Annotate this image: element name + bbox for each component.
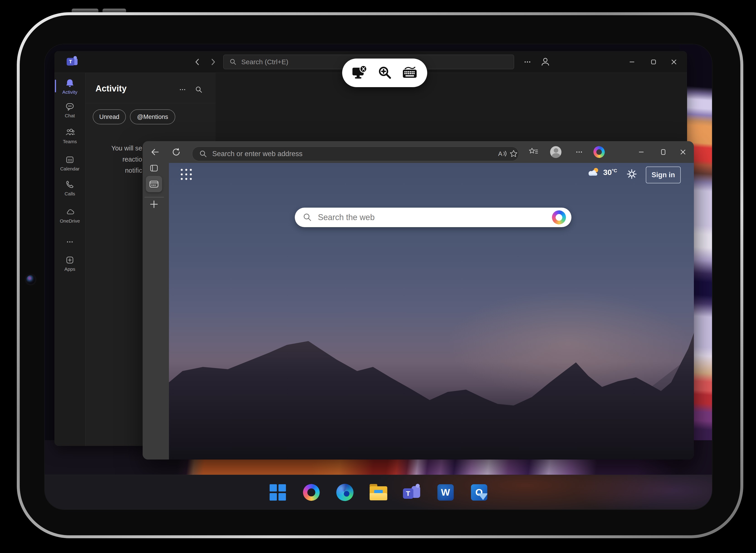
remote-session-toolbar	[342, 59, 427, 87]
more-dots-icon	[65, 238, 75, 245]
sidebar-item-label: Teams	[63, 139, 77, 144]
teams-back-button[interactable]	[192, 57, 202, 67]
calendar-icon	[65, 155, 75, 164]
sidebar-item-calls[interactable]: Calls	[55, 180, 85, 196]
taskbar-file-explorer-icon[interactable]	[369, 483, 388, 502]
edge-profile-avatar[interactable]	[550, 146, 561, 158]
app-launcher-icon[interactable]	[181, 169, 192, 180]
phone-icon	[65, 180, 75, 189]
mountain-wallpaper	[169, 264, 694, 460]
page-settings-gear-icon[interactable]	[626, 168, 637, 180]
favorite-star-icon[interactable]	[504, 148, 516, 160]
teams-logo-icon: T	[67, 56, 78, 67]
edge-maximize-button[interactable]	[658, 146, 669, 158]
teams-close-button[interactable]	[668, 57, 679, 67]
chat-icon	[65, 102, 75, 111]
sidebar-item-teams[interactable]: Teams	[55, 128, 85, 144]
activity-search-icon[interactable]	[194, 85, 204, 95]
sidebar-item-onedrive[interactable]: OneDrive	[55, 207, 85, 224]
stage: T	[0, 0, 756, 553]
teams-minimize-button[interactable]	[627, 57, 637, 67]
zoom-in-icon[interactable]	[378, 65, 392, 80]
sidebar-item-label: OneDrive	[60, 218, 80, 224]
read-aloud-icon[interactable]: A	[493, 148, 504, 160]
page-title: Activity	[95, 84, 126, 93]
edge-window: A	[143, 141, 694, 460]
word-logo-icon: W	[438, 484, 454, 500]
taskbar-start-button[interactable]	[268, 483, 287, 502]
sidebar-item-more[interactable]	[55, 238, 85, 247]
cloud-icon	[65, 207, 75, 217]
sidebar-item-label: Activity	[62, 89, 78, 95]
edge-logo-icon	[336, 484, 354, 501]
copilot-icon[interactable]	[593, 146, 605, 158]
copilot-icon	[301, 482, 322, 503]
edge-toolbar[interactable]: A	[143, 141, 694, 163]
taskbar-edge-icon[interactable]	[336, 483, 355, 502]
web-search-bar[interactable]	[295, 208, 571, 227]
edge-address-bar[interactable]: A	[192, 147, 519, 161]
activity-more-options-icon[interactable]	[178, 85, 188, 95]
edge-back-button[interactable]	[150, 146, 161, 158]
sidebar-item-chat[interactable]: Chat	[55, 102, 85, 118]
tab-actions-icon[interactable]	[149, 163, 159, 173]
bell-icon	[65, 78, 75, 88]
teams-forward-button[interactable]	[208, 57, 218, 67]
filter-unread-button[interactable]: Unread	[93, 109, 126, 124]
apps-plus-icon	[65, 255, 75, 265]
temperature-value: 30°C	[603, 168, 617, 177]
sun-cloud-icon	[587, 167, 600, 178]
teams-logo-icon: T	[402, 483, 421, 502]
outlook-logo-icon: O	[471, 484, 487, 500]
sign-in-button[interactable]: Sign in	[646, 167, 681, 183]
activity-empty-state-text: You will se reactio notific	[86, 143, 142, 176]
sidebar-item-label: Apps	[65, 266, 75, 272]
sidebar-item-label: Calls	[65, 191, 75, 196]
taskbar-teams-icon[interactable]: T	[402, 483, 421, 502]
edge-vertical-tab-strip	[143, 163, 169, 460]
active-tab-button[interactable]	[146, 176, 162, 192]
teams-maximize-button[interactable]	[648, 57, 659, 67]
search-icon	[303, 213, 312, 222]
people-icon	[65, 128, 75, 137]
edge-close-button[interactable]	[677, 146, 689, 158]
keyboard-icon[interactable]	[401, 66, 418, 80]
svg-text:A: A	[498, 150, 502, 157]
search-icon	[199, 150, 207, 158]
teams-app-rail: Activity Chat Teams Calendar Calls	[55, 73, 85, 446]
edge-address-input[interactable]	[212, 150, 493, 158]
web-search-input[interactable]	[318, 213, 552, 222]
sidebar-item-label: Chat	[65, 113, 75, 118]
edge-new-tab-page: 30°C Sign in	[169, 163, 694, 460]
teams-profile-icon[interactable]	[540, 57, 551, 67]
folder-icon	[370, 486, 387, 500]
favorites-list-icon[interactable]	[528, 146, 540, 158]
front-camera	[26, 275, 35, 284]
taskbar-copilot-icon[interactable]	[302, 483, 321, 502]
taskbar: T W O	[45, 475, 712, 509]
tablet-screen: T	[45, 44, 712, 509]
edge-more-options-icon[interactable]	[573, 146, 585, 158]
sidebar-item-activity[interactable]: Activity	[55, 78, 85, 95]
weather-widget[interactable]: 30°C	[587, 167, 617, 178]
edge-minimize-button[interactable]	[636, 146, 647, 158]
sidebar-item-calendar[interactable]: Calendar	[55, 155, 85, 171]
teams-more-options-icon[interactable]	[522, 57, 533, 67]
sidebar-item-apps[interactable]: Apps	[55, 255, 85, 272]
edge-refresh-button[interactable]	[170, 146, 182, 158]
search-icon	[229, 58, 237, 66]
filter-mentions-button[interactable]: @Mentions	[130, 109, 175, 124]
taskbar-word-icon[interactable]: W	[436, 483, 455, 502]
remote-session-monitor-icon[interactable]	[352, 65, 368, 80]
new-tab-button[interactable]	[149, 199, 159, 209]
windows-logo-icon	[270, 484, 286, 500]
taskbar-outlook-icon[interactable]: O	[470, 483, 489, 502]
copilot-icon[interactable]	[550, 209, 568, 226]
divider	[145, 197, 164, 198]
sidebar-item-label: Calendar	[60, 166, 79, 171]
